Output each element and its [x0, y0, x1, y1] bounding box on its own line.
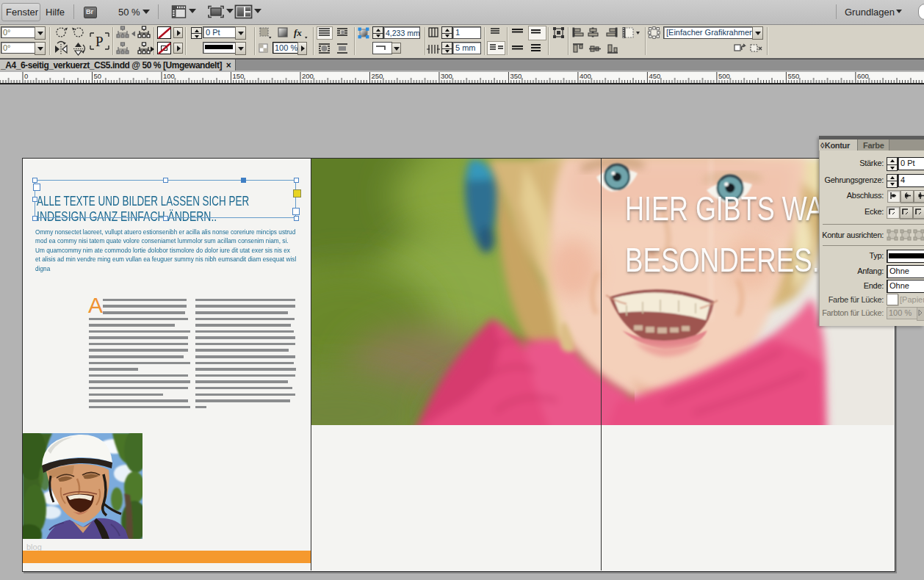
svg-text:450: 450	[649, 72, 660, 80]
svg-text:200: 200	[302, 72, 314, 80]
svg-text:550: 550	[787, 72, 799, 80]
svg-text:100: 100	[163, 72, 175, 80]
svg-text:50: 50	[94, 72, 102, 80]
svg-text:300: 300	[441, 72, 452, 80]
svg-text:350: 350	[510, 72, 521, 80]
svg-text:600: 600	[857, 72, 869, 80]
svg-text:250: 250	[371, 72, 383, 80]
svg-text:500: 500	[718, 72, 730, 80]
svg-text:P: P	[95, 34, 104, 49]
svg-text:150: 150	[233, 72, 245, 80]
svg-text:fx: fx	[294, 27, 302, 38]
svg-text:400: 400	[580, 72, 591, 80]
svg-text:0: 0	[24, 72, 28, 80]
